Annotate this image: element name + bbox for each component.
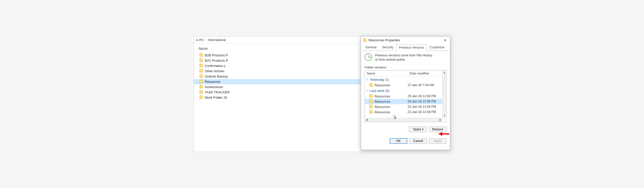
open-button[interactable]: Open ▼ (409, 127, 426, 132)
list-item-label: B2C Products P (205, 59, 228, 62)
window-title: Resources Properties (369, 38, 400, 42)
version-name: Resources (375, 100, 390, 103)
tab-general[interactable]: General (363, 44, 379, 51)
version-date: 24-Jan-19 12:06 PM (408, 100, 446, 103)
restore-button[interactable]: Restore (429, 127, 447, 132)
list-item[interactable]: Resources (194, 79, 362, 84)
scroll-right-icon[interactable]: ▶ (438, 118, 442, 122)
scroll-down-icon[interactable]: ▼ (442, 114, 446, 118)
chevron-right-icon: › (205, 38, 206, 41)
version-date: 27-Jan-19 7:04 AM (408, 83, 446, 87)
history-clock-icon (365, 53, 372, 61)
versions-list: Name Date modified ▽Yesterday (1)Resourc… (365, 70, 447, 122)
folder-icon (199, 59, 203, 62)
list-item[interactable]: Screenshots (194, 84, 362, 90)
breadcrumb-segment[interactable]: is PC (196, 38, 204, 42)
chevron-down-icon: ▽ (366, 89, 368, 92)
open-button-label: Open (413, 128, 421, 131)
list-item[interactable]: Outlook Backup (194, 74, 362, 79)
list-item-label: Screenshots (205, 85, 223, 89)
open-dropdown-icon[interactable]: ▼ (421, 127, 425, 132)
list-item-label: Outlook Backup (205, 74, 228, 78)
folder-icon (369, 95, 373, 98)
list-item-label: TASK TRACKER (205, 90, 229, 94)
folder-versions-label: Folder versions: (365, 66, 447, 69)
version-row[interactable]: Resources23-Jan-19 12:04 PM (365, 104, 446, 109)
list-item[interactable]: B2B Products P (194, 53, 362, 58)
folder-icon (199, 75, 203, 78)
info-text: Previous versions come from File History… (375, 53, 435, 62)
column-header-date[interactable]: Date modified (408, 70, 446, 77)
cancel-button[interactable]: Cancel (409, 138, 427, 144)
horizontal-scrollbar[interactable]: ◀ ▶ (365, 118, 442, 122)
folder-icon (369, 100, 373, 103)
vertical-scrollbar[interactable]: ▲ ▼ (442, 70, 446, 118)
folder-icon (199, 64, 203, 67)
list-item[interactable]: Other Articles (194, 68, 362, 74)
version-name: Resources (375, 94, 390, 98)
group-title: Last week (6) (370, 89, 389, 93)
close-button[interactable]: ✕ (442, 37, 449, 43)
version-row[interactable]: Resources25-Jan-19 12:06 PM (365, 94, 446, 99)
group-title: Yesterday (1) (370, 78, 389, 82)
chevron-down-icon: ▽ (366, 78, 368, 81)
list-item-label: B2B Products P (205, 53, 228, 57)
tab-security[interactable]: Security (379, 44, 396, 51)
list-item-label: Other Articles (205, 69, 224, 73)
folder-icon (199, 91, 203, 94)
version-row[interactable]: Resources22-Jan-19 12:04 PM (365, 109, 446, 115)
column-header-name[interactable]: Name (194, 44, 362, 52)
titlebar[interactable]: Resources Properties ✕ (361, 36, 450, 44)
properties-dialog: Resources Properties ✕ General Security … (361, 36, 450, 150)
folder-list: B2B Products PB2C Products PConfirmation… (194, 52, 362, 101)
breadcrumb[interactable]: is PC › International (194, 36, 362, 44)
breadcrumb-segment[interactable]: International (208, 38, 226, 42)
apply-button[interactable]: Apply (429, 138, 447, 144)
version-name: Resources (375, 110, 390, 114)
version-date: 22-Jan-19 12:04 PM (408, 110, 446, 114)
tab-customize[interactable]: Customize (427, 44, 447, 51)
column-header-name[interactable]: Name (365, 70, 408, 77)
folder-icon (199, 69, 203, 72)
list-item[interactable]: Confirmation L (194, 63, 362, 68)
folder-icon (199, 85, 203, 88)
scroll-left-icon[interactable]: ◀ (365, 118, 369, 122)
version-group-header[interactable]: ▽Last week (6) (365, 88, 446, 94)
folder-icon (369, 110, 373, 114)
file-explorer-window: is PC › International Name B2B Products … (194, 36, 362, 152)
version-date: 23-Jan-19 12:04 PM (408, 105, 446, 108)
folder-icon (363, 39, 367, 42)
version-group-header[interactable]: ▽Yesterday (1) (365, 77, 446, 83)
scroll-up-icon[interactable]: ▲ (442, 70, 446, 74)
restore-button-label: Restore (432, 128, 443, 131)
list-item[interactable]: Work Folder 20 (194, 95, 362, 100)
folder-icon (369, 105, 373, 108)
list-item[interactable]: B2C Products P (194, 58, 362, 63)
folder-icon (199, 80, 203, 83)
version-name: Resources (375, 83, 390, 87)
tab-strip: General Security Previous Versions Custo… (361, 44, 450, 51)
version-name: Resources (375, 105, 390, 109)
list-item-label: Confirmation L (205, 64, 226, 68)
version-row[interactable]: Resources27-Jan-19 7:04 AM (365, 83, 446, 88)
list-item[interactable]: TASK TRACKER (194, 90, 362, 95)
folder-icon (369, 84, 373, 87)
list-item-label: Work Folder 20 (205, 96, 227, 99)
list-item-label: Resources (205, 80, 220, 84)
version-date: 25-Jan-19 12:06 PM (408, 94, 446, 98)
tab-previous-versions[interactable]: Previous Versions (396, 44, 427, 51)
version-row[interactable]: Resources24-Jan-19 12:06 PM (365, 99, 446, 104)
folder-icon (199, 54, 203, 57)
folder-icon (199, 96, 203, 99)
ok-button[interactable]: OK (390, 138, 407, 144)
